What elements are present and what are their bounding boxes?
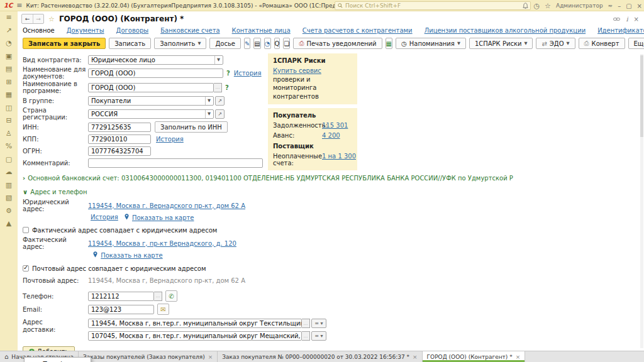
- planner-clock-icon[interactable]: ◔: [4, 39, 13, 47]
- kind-select[interactable]: Юридическое лицо▼: [88, 55, 223, 65]
- spark-risks-button[interactable]: 1СПАРК Риски▼: [469, 38, 533, 49]
- tab-customer-order[interactable]: Заказ покупателя № 0Р00–000000020 от 30.…: [218, 351, 422, 362]
- edo-button[interactable]: ⇄ЭДО▼: [536, 38, 575, 49]
- bank-briefcase-icon[interactable]: ▣: [4, 52, 13, 60]
- fill-button[interactable]: Заполнить▼: [154, 38, 206, 49]
- favorites-star-icon[interactable]: ☆: [545, 2, 551, 10]
- ogrn-input[interactable]: 1077764325704: [88, 146, 151, 156]
- tab-main[interactable]: Основное: [23, 27, 55, 34]
- help-icon[interactable]: ?: [225, 84, 229, 91]
- call-phone-icon[interactable]: ✆: [165, 290, 177, 302]
- more-button[interactable]: Еще▼: [628, 38, 644, 49]
- dossier-card-icon[interactable]: ▤: [253, 38, 260, 49]
- help-icon[interactable]: ?: [226, 70, 230, 77]
- envelope-button[interactable]: ⎙Конверт: [579, 38, 625, 49]
- legal-address-link[interactable]: 119454, Москва г. Вернадского пр-кт, дом…: [88, 202, 245, 209]
- send-email-icon[interactable]: ✉: [157, 304, 169, 315]
- name-documents-input[interactable]: ГОРОД (ООО): [88, 69, 223, 78]
- scrollbar-thumb[interactable]: [640, 55, 643, 137]
- global-search-input[interactable]: Поиск Ctrl+Shift+F: [335, 1, 531, 10]
- close-window-icon[interactable]: ×: [637, 3, 642, 9]
- back-arrow-icon[interactable]: ←: [22, 14, 33, 23]
- taxes-percent-icon[interactable]: %: [4, 142, 13, 150]
- choose-button[interactable]: …: [302, 331, 310, 341]
- cloud-service-icon[interactable]: ☁: [4, 168, 13, 176]
- vertical-scrollbar[interactable]: [640, 54, 643, 348]
- tab-bank-accounts[interactable]: Банковские счета: [160, 27, 219, 34]
- updates-up-icon[interactable]: ▲: [4, 219, 13, 228]
- partners-icon[interactable]: ◫: [4, 104, 13, 112]
- current-user[interactable]: Администратор: [556, 3, 603, 9]
- reports-chart-icon[interactable]: ▥: [4, 181, 13, 189]
- main-menu-icon[interactable]: ≡: [16, 1, 22, 9]
- sales-grid-icon[interactable]: ▦: [4, 90, 13, 99]
- operations-monitor-icon[interactable]: ▢: [4, 155, 13, 163]
- kpp-input[interactable]: 772901010: [88, 134, 151, 144]
- postal-same-checkbox[interactable]: [23, 265, 29, 272]
- tab-contact-persons[interactable]: Контактные лица: [232, 27, 291, 34]
- fact-address-link[interactable]: 119454, Москва г, пр-кт Вернадского, д. …: [88, 240, 236, 247]
- delivery-address-input-2[interactable]: 107045, Москва г, вн.тер.г. муниципальны…: [88, 331, 302, 341]
- advance-amount-link[interactable]: 4 200: [322, 132, 340, 139]
- choose-button[interactable]: …: [214, 83, 222, 92]
- legal-address-history-link[interactable]: История: [91, 214, 118, 221]
- legal-address-map-link[interactable]: Показать на карте: [132, 214, 194, 221]
- comment-input[interactable]: [88, 158, 263, 168]
- choose-button[interactable]: …: [302, 319, 310, 328]
- create-based-on-icon[interactable]: ✎: [244, 38, 250, 49]
- debt-amount-link[interactable]: 115 301: [322, 122, 348, 129]
- fill-by-inn-button[interactable]: Заполнить по ИНН: [155, 121, 228, 133]
- dossier-button[interactable]: Досье: [209, 38, 240, 49]
- favorite-star-icon[interactable]: ☆: [48, 15, 55, 23]
- buy-service-link[interactable]: Купить сервис: [273, 67, 321, 74]
- reminders-button[interactable]: ◷Напоминания▼: [396, 38, 466, 49]
- group-select[interactable]: Покупатели▼: [88, 96, 214, 106]
- fact-address-map-link[interactable]: Показать на карте: [101, 252, 163, 259]
- tab-alcohol-licenses[interactable]: Лицензии поставщиков алкогольной продукц…: [425, 27, 586, 34]
- tab-site-identifiers[interactable]: Идентификаторы сайта: [597, 27, 644, 34]
- tab-customer-orders-list[interactable]: Заказы покупателей (Заказ покупателя)×: [79, 351, 218, 362]
- close-tab-icon[interactable]: ×: [208, 354, 213, 360]
- delivery-menu-button[interactable]: ≡ ▾: [311, 331, 326, 341]
- name-program-input[interactable]: ГОРОД (ООО): [88, 83, 214, 92]
- kpp-history-link[interactable]: История: [156, 136, 184, 143]
- stamp-icon[interactable]: ❏: [283, 38, 290, 49]
- delivery-menu-button[interactable]: ≡ ▾: [311, 319, 326, 328]
- tab-counterparty-gorod[interactable]: ГОРОД (ООО) (Контрагент) *×: [423, 351, 526, 362]
- delivery-address-input-1[interactable]: 119454, Москва г, вн.тер.г. муниципальны…: [88, 319, 302, 328]
- open-group-icon[interactable]: ↗: [215, 96, 225, 106]
- purchases-cart-icon[interactable]: ⊞: [4, 78, 13, 86]
- fact-same-checkbox[interactable]: [23, 227, 29, 233]
- address-phone-group[interactable]: ∨ Адрес и телефон: [23, 186, 644, 197]
- counterparty-check-icon[interactable]: Q: [274, 38, 280, 49]
- minimize-icon[interactable]: –: [618, 3, 621, 9]
- name-history-link[interactable]: История: [234, 70, 262, 77]
- close-tab-icon[interactable]: ×: [413, 354, 418, 360]
- info-icon[interactable]: i: [626, 16, 628, 23]
- forward-arrow-icon[interactable]: →: [33, 14, 43, 23]
- email-input[interactable]: 123@123: [88, 305, 154, 314]
- menu-item-phone[interactable]: Телефон: [25, 359, 91, 362]
- hr-person-icon[interactable]: ♙: [4, 129, 13, 138]
- choose-button[interactable]: …: [154, 292, 162, 301]
- accounting-register-icon[interactable]: ▤: [4, 65, 13, 73]
- country-select[interactable]: РОССИЯ▼: [88, 109, 214, 119]
- save-button[interactable]: Записать: [109, 38, 151, 49]
- report-table-icon[interactable]: ▦: [386, 38, 392, 49]
- unpaid-invoices-link[interactable]: 1 на 1 300: [322, 153, 356, 160]
- settings-gear-icon[interactable]: ⚙: [4, 207, 13, 215]
- menu-icon[interactable]: ≡: [4, 13, 13, 21]
- inn-input[interactable]: 7729125635: [88, 123, 151, 132]
- save-and-close-button[interactable]: Записать и закрыть: [23, 38, 106, 49]
- warehouse-truck-icon[interactable]: ⊟: [4, 116, 13, 124]
- history-pie-icon[interactable]: ◔: [264, 38, 271, 49]
- close-tab-icon[interactable]: ×: [516, 354, 521, 360]
- dashboard-trend-icon[interactable]: ↗: [4, 26, 13, 35]
- open-country-icon[interactable]: ↗: [215, 109, 225, 119]
- service-menu-icon[interactable]: ≂: [608, 3, 613, 9]
- restore-icon[interactable]: ▢: [626, 3, 631, 9]
- history-clock-icon[interactable]: ◷: [533, 2, 540, 10]
- tab-documents[interactable]: Документы: [67, 27, 104, 34]
- phone-input[interactable]: 1212112: [88, 292, 154, 301]
- close-form-icon[interactable]: ×: [634, 16, 639, 23]
